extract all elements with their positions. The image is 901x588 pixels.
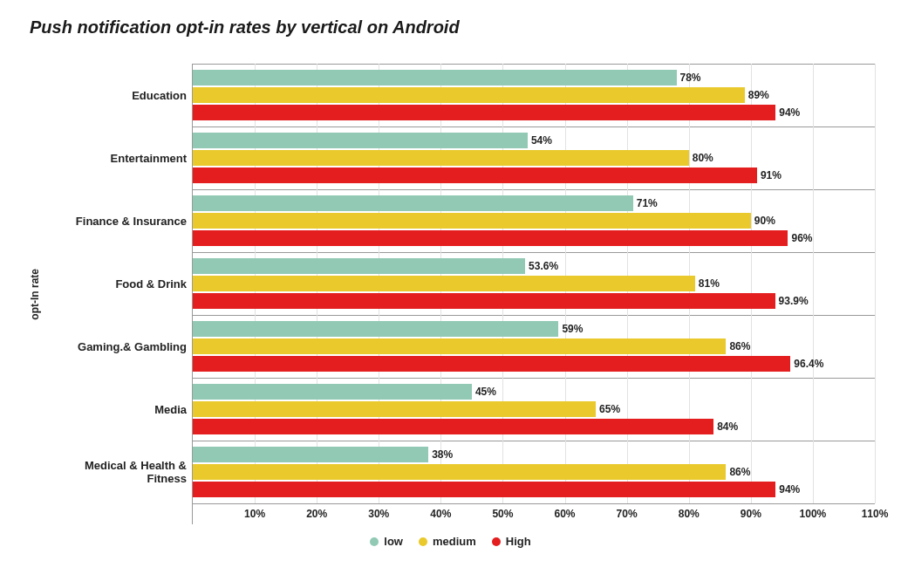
legend-label: medium xyxy=(433,535,476,548)
plot-area: 78%89%94%54%80%91%71%90%96%53.6%81%93.9%… xyxy=(192,64,875,524)
x-tick-label: 80% xyxy=(679,508,700,520)
bar-medium: 81% xyxy=(193,276,695,291)
bar-medium: 90% xyxy=(193,213,751,229)
bar-medium: 89% xyxy=(193,87,745,103)
bar-group: 54%80%91% xyxy=(193,126,875,189)
bar-value-label: 96.4% xyxy=(790,358,823,370)
bar-group: 38%86%94% xyxy=(193,441,875,503)
bar-high: 94% xyxy=(193,482,775,497)
category-label: Entertainment xyxy=(44,126,187,189)
bar-high: 96% xyxy=(193,230,788,246)
x-tick-label: 50% xyxy=(492,508,513,520)
bar-high: 84% xyxy=(193,419,713,434)
bar-group: 53.6%81%93.9% xyxy=(193,252,875,315)
bar-medium: 80% xyxy=(193,150,689,166)
chart: opt-In rate Education Entertainment Fina… xyxy=(26,64,875,524)
legend-item-medium: medium xyxy=(419,535,476,548)
bar-value-label: 86% xyxy=(726,340,750,352)
y-axis-label: opt-In rate xyxy=(29,269,41,320)
gridline-vertical xyxy=(875,64,876,503)
category-label: Education xyxy=(44,64,187,126)
category-label: Food & Drink xyxy=(44,252,187,315)
bar-value-label: 78% xyxy=(677,72,701,84)
bar-low: 78% xyxy=(193,70,677,85)
category-labels: Education Entertainment Finance & Insura… xyxy=(44,64,192,524)
bar-group: 45%65%84% xyxy=(193,378,875,441)
legend-label: low xyxy=(384,535,403,548)
bar-group: 59%86%96.4% xyxy=(193,315,875,378)
bar-value-label: 96% xyxy=(788,232,812,244)
legend: low medium High xyxy=(26,535,875,548)
bar-value-label: 38% xyxy=(428,448,453,461)
chart-title: Push notification opt-in rates by vertic… xyxy=(30,17,875,38)
x-tick-label: 40% xyxy=(430,508,451,520)
category-label: Gaming.& Gambling xyxy=(44,315,187,378)
bar-value-label: 71% xyxy=(633,197,658,209)
bar-value-label: 53.6% xyxy=(525,260,558,272)
x-axis: 10%20%30%40%50%60%70%80%90%100%110% xyxy=(193,503,875,524)
legend-item-high: High xyxy=(492,535,531,548)
legend-label: High xyxy=(506,535,531,548)
bar-value-label: 54% xyxy=(528,134,552,147)
bar-value-label: 91% xyxy=(757,169,782,181)
legend-swatch-high xyxy=(492,537,501,546)
bar-groups: 78%89%94%54%80%91%71%90%96%53.6%81%93.9%… xyxy=(193,64,875,503)
bar-medium: 86% xyxy=(193,464,726,480)
bar-value-label: 65% xyxy=(596,403,620,415)
bar-value-label: 90% xyxy=(751,215,775,227)
legend-item-low: low xyxy=(370,535,403,548)
bar-low: 38% xyxy=(193,447,428,462)
bar-low: 45% xyxy=(193,384,472,400)
x-tick-label: 30% xyxy=(368,508,389,520)
x-tick-label: 90% xyxy=(741,508,761,520)
bar-group: 71%90%96% xyxy=(193,189,875,252)
bar-value-label: 94% xyxy=(775,483,800,496)
bar-value-label: 45% xyxy=(472,386,496,398)
bar-value-label: 94% xyxy=(775,106,800,119)
bar-value-label: 81% xyxy=(695,277,720,290)
bar-high: 93.9% xyxy=(193,293,775,309)
bar-low: 54% xyxy=(193,133,528,148)
y-axis-label-container: opt-In rate xyxy=(26,64,44,524)
bar-value-label: 80% xyxy=(689,152,713,164)
x-tick-label: 60% xyxy=(555,508,576,520)
legend-swatch-medium xyxy=(419,537,427,546)
category-label: Medical & Health & Fitness xyxy=(44,441,187,503)
bar-value-label: 89% xyxy=(745,89,769,101)
x-tick-label: 70% xyxy=(617,508,638,520)
bar-high: 91% xyxy=(193,168,757,183)
category-label: Media xyxy=(44,378,187,441)
bar-medium: 86% xyxy=(193,338,726,354)
bar-low: 53.6% xyxy=(193,258,525,274)
bar-value-label: 84% xyxy=(713,420,738,433)
category-label: Finance & Insurance xyxy=(44,189,187,252)
bar-value-label: 59% xyxy=(558,323,583,335)
x-tick-label: 10% xyxy=(244,508,265,520)
bar-low: 71% xyxy=(193,195,633,211)
bar-low: 59% xyxy=(193,321,558,337)
x-tick-label: 100% xyxy=(800,508,827,520)
x-tick-label: 110% xyxy=(862,508,889,520)
legend-swatch-low xyxy=(370,537,379,546)
bar-high: 94% xyxy=(193,105,775,120)
x-tick-label: 20% xyxy=(306,508,327,520)
bar-group: 78%89%94% xyxy=(193,64,875,126)
bar-medium: 65% xyxy=(193,401,596,417)
bar-value-label: 86% xyxy=(726,466,750,478)
bar-high: 96.4% xyxy=(193,356,790,372)
bar-value-label: 93.9% xyxy=(775,295,809,307)
